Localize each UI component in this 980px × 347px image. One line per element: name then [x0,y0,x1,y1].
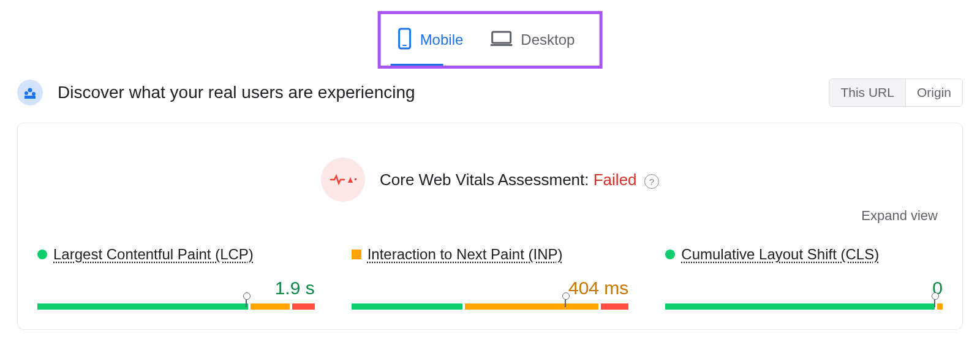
tab-mobile-label: Mobile [420,31,464,48]
assessment-status: Failed [594,170,637,189]
status-dot-good-icon [665,250,675,259]
metrics-row: Largest Contentful Paint (LCP) 1.9 s Int… [37,246,943,310]
header-left: Discover what your real users are experi… [17,80,415,105]
expand-view-link[interactable]: Expand view [861,208,938,224]
metric-lcp-header: Largest Contentful Paint (LCP) [37,246,315,263]
metric-cls-name[interactable]: Cumulative Layout Shift (CLS) [681,246,879,263]
svg-rect-3 [490,44,512,46]
svg-point-6 [32,92,36,96]
tab-desktop-label: Desktop [521,31,575,48]
device-tabs: Mobile Desktop [378,11,603,69]
assessment-row: Core Web Vitals Assessment: Failed ? [37,158,943,202]
main-panel: Core Web Vitals Assessment: Failed ? Exp… [17,123,963,330]
dist-ni [251,303,290,310]
metric-inp-header: Interaction to Next Paint (INP) [352,246,629,263]
dist-marker [565,297,566,307]
dist-good [37,303,248,310]
vitals-icon [321,158,365,202]
dist-marker [246,297,247,307]
status-dot-good-icon [37,250,47,259]
scope-toggle: This URL Origin [829,78,963,107]
metric-cls-distribution [665,303,943,310]
dist-good [352,303,463,310]
svg-point-5 [28,88,32,93]
dist-poor [601,303,628,310]
tab-desktop[interactable]: Desktop [483,19,589,61]
svg-rect-7 [24,96,36,99]
metric-cls-value: 0 [665,278,943,299]
mobile-icon [398,28,412,52]
scope-this-url-button[interactable]: This URL [829,79,905,106]
dist-ni [465,303,598,310]
svg-rect-1 [403,45,407,46]
assessment-text-wrap: Core Web Vitals Assessment: Failed ? [380,170,659,189]
metric-lcp-value: 1.9 s [37,278,315,299]
metric-inp-name[interactable]: Interaction to Next Paint (INP) [368,246,563,263]
metric-inp: Interaction to Next Paint (INP) 404 ms [352,246,629,310]
dist-marker [934,297,935,307]
help-icon[interactable]: ? [644,174,659,189]
header-row: Discover what your real users are experi… [17,78,963,107]
metric-inp-distribution [352,303,629,310]
dist-poor [292,303,315,310]
desktop-icon [490,30,512,50]
page-title: Discover what your real users are experi… [58,83,415,102]
metric-cls: Cumulative Layout Shift (CLS) 0 [665,246,943,310]
svg-point-4 [24,91,28,95]
metric-cls-header: Cumulative Layout Shift (CLS) [665,246,943,263]
dist-ni [937,303,943,310]
users-icon [17,80,43,105]
svg-rect-2 [492,32,510,43]
dist-good [665,303,935,310]
status-square-ni-icon [352,250,361,259]
tab-mobile[interactable]: Mobile [391,19,478,61]
assessment-label: Core Web Vitals Assessment: [380,170,594,189]
metric-inp-value: 404 ms [352,278,629,299]
scope-origin-button[interactable]: Origin [905,79,962,106]
metric-lcp-name[interactable]: Largest Contentful Paint (LCP) [53,246,254,263]
metric-lcp-distribution [37,303,315,310]
svg-rect-8 [355,178,356,180]
metric-lcp: Largest Contentful Paint (LCP) 1.9 s [37,246,315,310]
